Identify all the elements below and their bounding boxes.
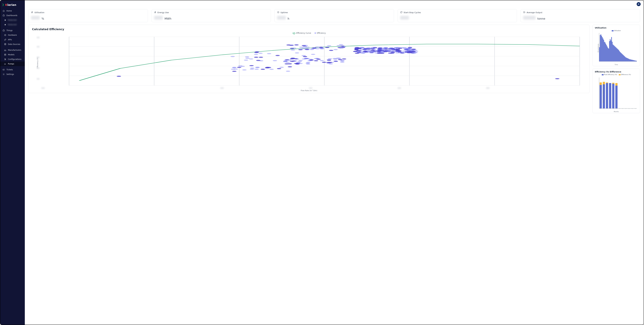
svg-point-125: [322, 62, 326, 63]
grid-icon: [4, 54, 6, 56]
sidebar-item-data-sources[interactable]: Data Sources: [0, 42, 25, 46]
link-icon: [4, 38, 6, 41]
svg-point-371: [404, 49, 408, 50]
sidebar-item-hardware[interactable]: Hardware: [0, 33, 25, 37]
svg-point-370: [380, 50, 385, 52]
kpi-row: Utilisation % Energy Use MWh: [28, 9, 640, 22]
legend-label: Difference (%): [621, 74, 631, 75]
kpi-unit: MWh: [164, 17, 172, 20]
legend-efficiency[interactable]: Efficiency: [314, 32, 326, 34]
svg-rect-413: [625, 57, 625, 62]
svg-rect-443: [612, 84, 614, 108]
kpi-utilisation: Utilisation %: [28, 9, 148, 22]
logo-chevron-2: K: [5, 3, 7, 6]
efficiency-plot[interactable]: Efficiency (%) Flow Rate (m^3/hr): [32, 35, 586, 90]
svg-rect-395: [612, 42, 612, 62]
svg-point-161: [338, 59, 342, 60]
legend-curve[interactable]: Efficiency Curve: [292, 32, 311, 34]
svg-point-29: [286, 70, 290, 72]
svg-point-103: [305, 49, 309, 50]
sidebar-item-home[interactable]: Home: [0, 8, 25, 13]
svg-rect-397: [614, 45, 614, 62]
tick-redacted: [41, 87, 45, 89]
sidebar-fav-2[interactable]: Redacted: [0, 22, 25, 27]
sidebar-item-pumps[interactable]: Pumps: [0, 62, 25, 66]
svg-point-39: [237, 67, 241, 68]
svg-point-101: [320, 48, 324, 49]
svg-rect-420: [630, 60, 630, 62]
svg-point-165: [295, 52, 299, 54]
svg-rect-9: [3, 69, 4, 70]
kpi-energy-use: Energy Use MWh: [152, 9, 271, 22]
sidebar-item-dashboards[interactable]: Dashboards: [0, 13, 25, 18]
svg-rect-412: [624, 56, 625, 62]
lightning-icon: [31, 11, 33, 14]
kpi-value-redacted: [154, 16, 163, 20]
svg-point-53: [244, 60, 248, 61]
svg-rect-432: [600, 85, 602, 108]
side-column: Utilisation Utilisation Occurrences Time…: [592, 25, 640, 113]
sidebar-item-configurations[interactable]: Configurations: [0, 57, 25, 62]
svg-point-372: [353, 51, 357, 52]
svg-rect-407: [620, 53, 621, 62]
app-root: 》Klarian Home Dashboards Redacted Redact…: [0, 0, 644, 325]
legend-utilisation[interactable]: Utilisation: [612, 30, 621, 32]
legend-difference[interactable]: Difference (%): [619, 74, 631, 75]
svg-rect-0: [3, 15, 4, 16]
svg-point-313: [402, 48, 407, 48]
sidebar-item-label: Things: [6, 30, 12, 32]
legend-label: Efficiency: [317, 32, 326, 34]
sidebar-item-label: Configurations: [8, 58, 22, 60]
svg-rect-447: [615, 83, 618, 86]
svg-point-159: [305, 58, 310, 59]
svg-point-209: [362, 50, 367, 50]
svg-point-327: [405, 52, 409, 52]
svg-point-98: [327, 45, 331, 46]
svg-rect-423: [632, 60, 632, 62]
avatar[interactable]: JR: [637, 2, 641, 6]
sidebar-item-label: Pumps: [8, 63, 14, 65]
sidebar-item-label: Hardware: [8, 34, 17, 36]
sidebar-item-apis[interactable]: APIs: [0, 37, 25, 42]
difference-plot[interactable]: Efficiency vs Difference (%) Months: [595, 76, 638, 111]
output-icon: [523, 11, 525, 14]
svg-point-59: [259, 60, 263, 61]
legend-peak[interactable]: Peak Efficiency (%): [602, 74, 617, 75]
kpi-label: Utilisation: [34, 11, 44, 14]
svg-point-373: [378, 47, 383, 48]
sidebar-item-models[interactable]: Models: [0, 52, 25, 57]
svg-rect-410: [622, 55, 623, 62]
sidebar: 》Klarian Home Dashboards Redacted Redact…: [0, 0, 25, 325]
svg-point-162: [326, 63, 331, 64]
sidebar-item-settings[interactable]: Settings: [0, 72, 25, 76]
svg-point-41: [280, 67, 284, 68]
svg-rect-394: [611, 37, 612, 62]
sidebar-item-tickets[interactable]: Tickets: [0, 68, 25, 72]
logo: 》Klarian: [0, 2, 25, 8]
kpi-unit: h: [288, 17, 289, 20]
swatch-icon: [612, 30, 614, 32]
svg-rect-427: [635, 60, 635, 62]
sidebar-item-manufacturers[interactable]: Manufacturers: [0, 48, 25, 52]
utilisation-plot[interactable]: Occurrences Time: [595, 32, 638, 64]
sidebar-fav-1[interactable]: Redacted: [0, 18, 25, 22]
svg-point-102: [310, 49, 314, 50]
svg-point-87: [315, 46, 319, 48]
svg-rect-419: [629, 59, 630, 62]
logo-text: larian: [7, 3, 16, 6]
sidebar-item-label: APIs: [8, 38, 12, 41]
svg-point-68: [291, 50, 295, 50]
lightning-icon: [154, 11, 156, 14]
svg-rect-416: [627, 58, 628, 62]
svg-rect-446: [615, 86, 618, 108]
sidebar-item-things[interactable]: Things: [0, 28, 25, 33]
svg-point-345: [412, 49, 416, 50]
svg-point-331: [364, 48, 368, 49]
factory-icon: [4, 49, 6, 51]
svg-point-374: [555, 78, 560, 79]
svg-rect-438: [606, 83, 608, 108]
svg-point-75: [334, 49, 338, 50]
tick-redacted: [398, 87, 401, 89]
svg-point-43: [270, 69, 274, 70]
svg-point-31: [250, 68, 254, 68]
